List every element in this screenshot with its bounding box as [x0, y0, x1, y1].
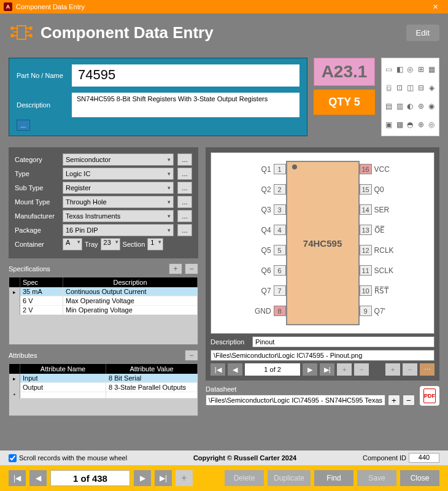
header: Component Data Entry Edit — [0, 14, 448, 52]
attrs-grid[interactable]: Attribute NameAttribute Value ▸Input8 Bi… — [9, 363, 198, 416]
specs-remove-button[interactable]: − — [185, 263, 198, 274]
package-select[interactable]: 16 Pin DIP — [63, 224, 174, 236]
tray-select[interactable]: 23 — [101, 238, 120, 250]
specs-grid[interactable]: SpecDescription ▸35 mAContinuous Output … — [9, 277, 198, 345]
description-input[interactable]: SN74HC595 8-Bit Shift Registers With 3-S… — [72, 93, 299, 117]
svg-point-9 — [29, 27, 32, 29]
pin-label: 11SCLK — [360, 265, 421, 276]
description-label: Description — [17, 101, 66, 109]
subtype-more-button[interactable] — [177, 182, 192, 194]
pin-label: Q66 — [225, 265, 286, 276]
attrs-title: Attributes — [9, 352, 182, 359]
image-add-button[interactable]: + — [337, 363, 352, 376]
pdf-icon[interactable]: PDF — [420, 386, 439, 406]
image-page-indicator: 1 of 2 — [245, 363, 300, 376]
scroll-records-label: Scroll records with the mouse wheel — [19, 454, 127, 462]
component-id-value: 440 — [409, 453, 439, 463]
datasheet-add-button[interactable]: + — [388, 395, 400, 406]
record-first-button[interactable]: |◀ — [9, 470, 26, 486]
table-row[interactable]: ▸35 mAContinuous Output Current — [9, 287, 198, 296]
pin-label: 14SER — [360, 204, 421, 215]
find-button[interactable]: Find — [314, 470, 353, 486]
package-more-button[interactable] — [177, 224, 192, 236]
manufacturer-more-button[interactable] — [177, 210, 192, 222]
pinout-image: 74HC595 Q11Q22Q33Q44Q55Q66Q77GND816VCC15… — [210, 152, 434, 334]
pin-label: Q33 — [225, 204, 286, 215]
container-select[interactable]: A — [63, 238, 82, 250]
page-title: Component Data Entry — [41, 23, 406, 42]
table-row[interactable]: Output8 3-State Parallel Outputs — [9, 383, 198, 392]
edit-button[interactable]: Edit — [406, 25, 439, 41]
svg-point-7 — [11, 27, 14, 29]
attrs-remove-button[interactable]: − — [185, 350, 198, 361]
category-more-button[interactable] — [177, 153, 192, 166]
pin-label: Q11 — [225, 164, 286, 174]
component-id-label: Component ID — [363, 454, 406, 462]
copyright-text: Copyright © Russell Carter 2024 — [127, 454, 363, 462]
subtype-select[interactable]: Register — [63, 182, 174, 194]
save-button[interactable]: Save — [357, 470, 396, 486]
part-panel: Part No / Name 74595 Description SN74HC5… — [9, 58, 307, 136]
pin-label: 16VCC — [360, 164, 421, 174]
image-remove-button[interactable]: − — [354, 363, 369, 376]
image-add2-button[interactable]: + — [385, 363, 400, 376]
image-remove2-button[interactable]: − — [403, 363, 417, 376]
table-row[interactable]: 6 VMax Operating Voltage — [9, 296, 198, 306]
delete-button[interactable]: Delete — [225, 470, 264, 486]
quantity-box: QTY 5 — [314, 90, 375, 115]
image-prev-button[interactable]: ◀ — [228, 363, 242, 376]
record-prev-button[interactable]: ◀ — [29, 470, 47, 486]
titlebar: A Component Data Entry ✕ — [0, 0, 448, 14]
category-select[interactable]: Semiconductor — [63, 153, 174, 166]
record-last-button[interactable]: ▶| — [155, 470, 172, 486]
specs-title: Specifications — [9, 265, 166, 273]
specs-add-button[interactable]: + — [169, 263, 182, 274]
component-type-icons: ▭◧◎⊞▦ ⌼⊡◫⊟◈ ▤▥◐⊛◉ ▣▩◓⊕◎ — [381, 58, 439, 136]
pin-label: 10R̅S̅T̅ — [360, 285, 421, 296]
record-add-button[interactable]: + — [176, 470, 193, 486]
part-number-input[interactable]: 74595 — [72, 64, 299, 87]
location-code: A23.1 — [314, 58, 375, 86]
close-button[interactable]: Close — [400, 470, 439, 486]
app-icon: A — [4, 2, 12, 11]
pin-label: Q44 — [225, 225, 286, 235]
image-last-button[interactable]: ▶| — [320, 363, 334, 376]
pin-label: 12RCLK — [360, 245, 421, 255]
svg-point-10 — [29, 34, 32, 37]
pin-label: 13O̅E̅ — [360, 225, 421, 235]
svg-rect-0 — [17, 26, 26, 39]
datasheet-remove-button[interactable]: − — [403, 395, 415, 406]
image-first-button[interactable]: |◀ — [210, 363, 225, 376]
mount-select[interactable]: Through Hole — [63, 196, 174, 208]
chip-body: 74HC595 — [286, 161, 360, 325]
category-form: CategorySemiconductor TypeLogic IC Sub T… — [9, 147, 198, 258]
manufacturer-select[interactable]: Texas Instruments — [63, 210, 174, 222]
svg-point-8 — [11, 34, 14, 37]
pin-label: Q77 — [225, 285, 286, 296]
image-path-input[interactable]: \Files\Semiconductor\Logic IC\74595 - Pi… — [210, 350, 434, 361]
part-label: Part No / Name — [17, 72, 66, 79]
part-more-button[interactable]: ... — [17, 120, 30, 131]
type-more-button[interactable] — [177, 168, 192, 180]
mount-more-button[interactable] — [177, 196, 192, 208]
duplicate-button[interactable]: Duplicate — [268, 470, 311, 486]
window-title: Component Data Entry — [16, 3, 85, 10]
scroll-records-checkbox[interactable] — [9, 454, 17, 462]
image-description-input[interactable]: Pinout — [252, 336, 434, 347]
pinout-panel: 74HC595 Q11Q22Q33Q44Q55Q66Q77GND816VCC15… — [206, 147, 439, 381]
type-select[interactable]: Logic IC — [63, 168, 174, 180]
close-window-button[interactable]: ✕ — [426, 3, 444, 11]
datasheet-path-input[interactable]: \Files\Semiconductor\Logic IC\74595 - SN… — [206, 395, 385, 406]
pin-label: GND8 — [225, 306, 286, 316]
pin-label: 9Q7' — [360, 306, 421, 316]
table-row[interactable]: ▸Input8 Bit Serial — [9, 374, 198, 383]
table-row[interactable]: 2 VMin Operating Voltage — [9, 306, 198, 315]
pin-label: Q22 — [225, 184, 286, 195]
image-browse-button[interactable]: ⋯ — [420, 363, 434, 376]
pin-label: Q55 — [225, 245, 286, 255]
section-select[interactable]: 1 — [147, 238, 163, 250]
datasheet-title: Datasheet — [206, 385, 415, 393]
record-next-button[interactable]: ▶ — [134, 470, 151, 486]
image-next-button[interactable]: ▶ — [303, 363, 317, 376]
chip-logo-icon — [9, 20, 34, 45]
